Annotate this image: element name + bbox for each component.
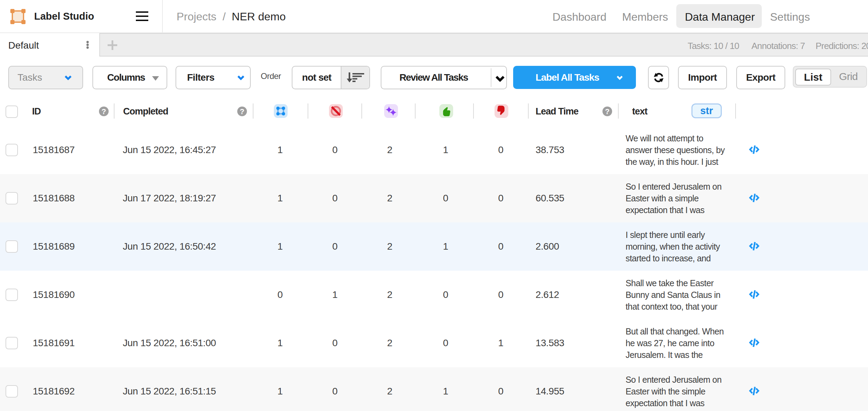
svg-text:?: ? bbox=[240, 107, 244, 116]
svg-text:?: ? bbox=[101, 107, 106, 116]
svg-text:?: ? bbox=[605, 107, 609, 116]
